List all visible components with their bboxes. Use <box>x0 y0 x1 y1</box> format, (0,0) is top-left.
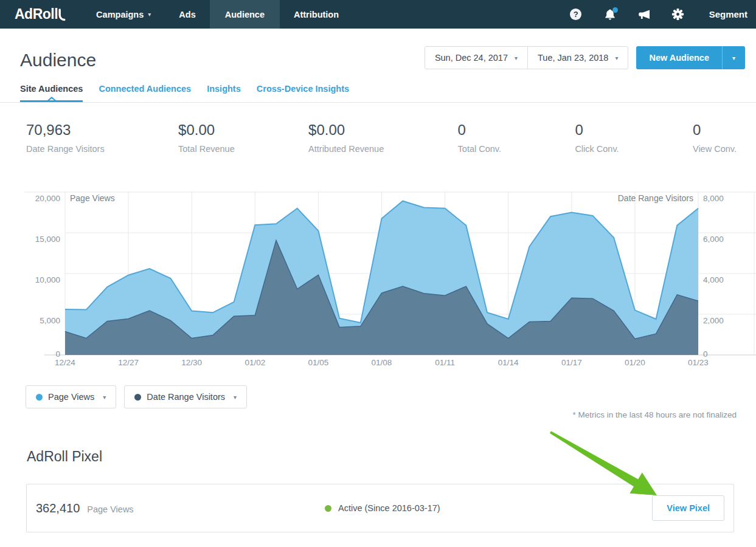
stat-click-conv: 0 Click Conv. <box>575 122 619 154</box>
status-dot <box>325 505 331 512</box>
notification-dot <box>612 7 618 13</box>
chevron-down-icon: ▾ <box>148 11 151 18</box>
svg-text:20,000: 20,000 <box>35 194 60 203</box>
pixel-status: Active (Since 2016-03-17) <box>325 503 440 513</box>
account-menu-segment[interactable]: Segment <box>709 9 747 19</box>
nav-utilities: ? <box>569 8 747 21</box>
svg-text:01/08: 01/08 <box>372 358 392 367</box>
svg-text:12/24: 12/24 <box>55 358 75 367</box>
announcements-megaphone-icon[interactable] <box>637 8 651 21</box>
legend-page-views[interactable]: Page Views ▾ <box>26 385 116 408</box>
svg-text:0: 0 <box>55 349 60 359</box>
svg-text:Date Range Visitors: Date Range Visitors <box>618 193 693 203</box>
view-pixel-button[interactable]: View Pixel <box>652 495 724 521</box>
page-title: Audience <box>20 50 96 71</box>
chart-legend: Page Views ▾ Date Range Visitors ▾ <box>26 385 247 408</box>
svg-text:12/30: 12/30 <box>181 358 202 367</box>
pixel-status-text: Active (Since 2016-03-17) <box>338 503 440 513</box>
pixel-page-views-value: 362,410 <box>36 501 80 515</box>
pixel-page-views-label: Page Views <box>87 504 133 514</box>
help-icon[interactable]: ? <box>569 8 583 21</box>
svg-text:2,000: 2,000 <box>703 316 724 325</box>
tab-connected-audiences[interactable]: Connected Audiences <box>99 84 191 102</box>
nav-item-attribution[interactable]: Attribution <box>283 0 349 29</box>
svg-text:4,000: 4,000 <box>703 275 724 284</box>
svg-text:01/17: 01/17 <box>561 358 582 367</box>
stat-label: Total Conv. <box>458 144 501 154</box>
new-audience-split-button: New Audience ▾ <box>636 46 745 69</box>
svg-text:10,000: 10,000 <box>35 275 60 284</box>
nav-item-ads[interactable]: Ads <box>168 0 206 29</box>
stat-value: 0 <box>575 122 619 139</box>
pixel-status-card: 362,410 Page Views Active (Since 2016-03… <box>26 484 734 532</box>
notifications-bell-icon[interactable] <box>603 8 617 21</box>
svg-text:12/27: 12/27 <box>118 358 139 367</box>
stat-label: Total Revenue <box>178 144 235 154</box>
adroll-logo-text: AdRoll <box>15 6 58 22</box>
active-tab-underline <box>20 100 83 102</box>
nav-item-campaigns[interactable]: Campaigns ▾ <box>86 0 161 29</box>
metrics-footnote: * Metrics in the last 48 hours are not f… <box>573 410 737 419</box>
svg-text:01/05: 01/05 <box>308 358 329 367</box>
new-audience-button[interactable]: New Audience <box>636 46 722 69</box>
stat-value: 0 <box>458 122 501 139</box>
chevron-down-icon: ▾ <box>234 394 237 401</box>
stat-value: 0 <box>693 122 737 139</box>
header-controls: Sun, Dec 24, 2017 ▾ Tue, Jan 23, 2018 ▾ … <box>425 46 745 69</box>
svg-text:0: 0 <box>703 349 708 359</box>
tab-insights[interactable]: Insights <box>207 84 241 102</box>
settings-gear-icon[interactable] <box>671 8 685 21</box>
svg-text:Page Views: Page Views <box>70 193 115 203</box>
svg-text:5,000: 5,000 <box>40 316 60 325</box>
stat-date-range-visitors: 70,963 Date Range Visitors <box>26 122 105 154</box>
pixel-section-title: AdRoll Pixel <box>27 449 102 465</box>
stat-view-conv: 0 View Conv. <box>693 122 737 154</box>
chevron-down-icon: ▾ <box>103 394 106 401</box>
svg-text:8,000: 8,000 <box>703 194 724 203</box>
tabs-divider <box>0 102 756 103</box>
stat-attributed-revenue: $0.00 Attributed Revenue <box>308 122 384 154</box>
tab-cross-device-insights[interactable]: Cross-Device Insights <box>257 84 349 102</box>
svg-text:01/14: 01/14 <box>498 358 519 367</box>
audience-tabs: Site Audiences Connected Audiences Insig… <box>20 84 349 102</box>
chart-canvas: 05,00010,00015,00020,00002,0004,0006,000… <box>20 188 756 371</box>
summary-stats-row: 70,963 Date Range Visitors $0.00 Total R… <box>26 122 737 154</box>
legend-date-range-visitors[interactable]: Date Range Visitors ▾ <box>124 385 247 408</box>
date-range-start[interactable]: Sun, Dec 24, 2017 ▾ <box>425 46 528 69</box>
stat-value: $0.00 <box>308 122 384 139</box>
stat-label: Date Range Visitors <box>26 144 105 154</box>
main-nav: Campaigns ▾ Ads Audience Attribution <box>82 0 353 29</box>
tab-site-audiences[interactable]: Site Audiences <box>20 84 83 102</box>
date-range-end[interactable]: Tue, Jan 23, 2018 ▾ <box>527 46 628 69</box>
series-color-dot <box>134 394 141 401</box>
stat-value: $0.00 <box>178 122 235 139</box>
chevron-down-icon: ▾ <box>515 55 518 61</box>
nav-item-audience[interactable]: Audience <box>210 0 280 29</box>
pixel-page-views: 362,410 Page Views <box>36 501 134 515</box>
svg-text:01/02: 01/02 <box>244 358 265 367</box>
svg-text:15,000: 15,000 <box>35 235 60 244</box>
stat-label: Click Conv. <box>575 144 619 154</box>
adroll-logo-hook-icon <box>58 9 66 21</box>
stat-value: 70,963 <box>26 122 105 139</box>
chevron-down-icon: ▾ <box>615 55 618 61</box>
series-color-dot <box>36 394 43 401</box>
traffic-area-chart: 05,00010,00015,00020,00002,0004,0006,000… <box>20 188 756 373</box>
megaphone-icon <box>637 9 651 21</box>
adroll-logo[interactable]: AdRoll <box>15 6 66 22</box>
stat-total-revenue: $0.00 Total Revenue <box>178 122 235 154</box>
svg-text:01/20: 01/20 <box>625 358 645 367</box>
stat-label: View Conv. <box>693 144 737 154</box>
stat-label: Attributed Revenue <box>308 144 384 154</box>
stat-total-conv: 0 Total Conv. <box>458 122 501 154</box>
svg-text:01/11: 01/11 <box>435 358 455 367</box>
new-audience-caret-button[interactable]: ▾ <box>722 46 745 69</box>
svg-text:6,000: 6,000 <box>703 235 724 244</box>
top-navbar: AdRoll Campaigns ▾ Ads Audience Attribut… <box>0 0 756 29</box>
svg-text:01/23: 01/23 <box>688 358 709 367</box>
gear-icon <box>671 8 684 21</box>
